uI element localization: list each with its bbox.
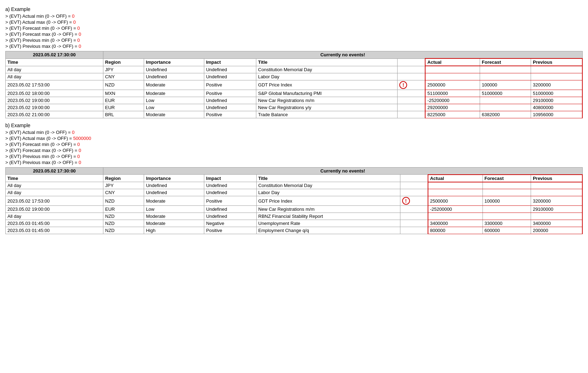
col-header-Title: Title [256, 175, 400, 182]
evt-value: 0 [72, 130, 74, 135]
title-cell: Trade Balance [256, 111, 398, 118]
evt-line: > (EVT) Previous max (0 -> OFF) = 0 [5, 44, 583, 49]
table-row: All dayJPYUndefinedUndefinedConstitution… [6, 66, 583, 73]
evt-line: > (EVT) Forecast max (0 -> OFF) = 0 [5, 148, 583, 153]
actual-cell [428, 189, 483, 196]
evt-value: 0 [79, 32, 81, 37]
region-cell: BRL [103, 111, 144, 118]
previous-cell: 3200000 [531, 80, 582, 90]
table-row: 2023.05.02 18:00:00MXNModeratePositiveS&… [6, 90, 583, 97]
time-cell: 2023.05.02 19:00:00 [6, 97, 103, 104]
impact-cell: Negative [204, 220, 256, 227]
region-cell: MXN [103, 90, 144, 97]
forecast-cell [480, 104, 531, 111]
region-cell: EUR [103, 104, 144, 111]
forecast-cell [483, 189, 531, 196]
actual-cell: 3400000 [428, 220, 483, 227]
alert-cell [398, 111, 426, 118]
impact-cell: Undefined [204, 66, 256, 73]
section-a-label: a) Example [5, 6, 583, 12]
forecast-cell: 100000 [480, 80, 531, 90]
title-cell: New Car Registrations m/m [256, 97, 398, 104]
region-cell: EUR [103, 97, 144, 104]
alert-icon: ! [399, 81, 407, 89]
actual-cell: 800000 [428, 227, 483, 234]
col-header-Region: Region [103, 175, 144, 182]
time-cell: 2023.05.03 01:45:00 [6, 227, 103, 234]
alert-cell [400, 213, 428, 220]
evt-value: 0 [79, 148, 81, 153]
title-cell: Employment Change q/q [256, 227, 400, 234]
evt-line: > (EVT) Actual max (0 -> OFF) = 5000000 [5, 136, 583, 141]
region-cell: NZD [103, 80, 144, 90]
impact-cell: Positive [204, 227, 256, 234]
importance-cell: Moderate [144, 80, 204, 90]
previous-cell [531, 73, 582, 80]
forecast-cell: 3300000 [483, 220, 531, 227]
impact-cell: Positive [204, 111, 256, 118]
time-cell: All day [6, 182, 103, 189]
col-header-Time: Time [6, 175, 103, 182]
alert-cell: ! [400, 196, 428, 206]
region-cell: JPY [103, 182, 144, 189]
forecast-cell [480, 73, 531, 80]
alert-cell [400, 182, 428, 189]
previous-cell: 29100000 [531, 206, 582, 213]
col-header-Importance: Importance [144, 175, 204, 182]
evt-line: > (EVT) Actual min (0 -> OFF) = 0 [5, 130, 583, 135]
forecast-cell: 100000 [483, 196, 531, 206]
evt-line: > (EVT) Previous min (0 -> OFF) = 0 [5, 154, 583, 159]
importance-cell: High [144, 227, 204, 234]
evt-line: > (EVT) Forecast max (0 -> OFF) = 0 [5, 32, 583, 37]
previous-cell [531, 213, 582, 220]
alert-cell [400, 227, 428, 234]
actual-cell [425, 66, 480, 73]
table-row: 2023.05.02 19:00:00EURLowUndefinedNew Ca… [6, 97, 583, 104]
col-header-Impact: Impact [204, 175, 256, 182]
importance-cell: Undefined [144, 66, 204, 73]
actual-cell: 8225000 [425, 111, 480, 118]
title-cell: RBNZ Financial Stability Report [256, 213, 400, 220]
importance-cell: Undefined [144, 73, 204, 80]
time-cell: 2023.05.02 21:00:00 [6, 111, 103, 118]
time-cell: All day [6, 73, 103, 80]
title-cell: GDT Price Index [256, 196, 400, 206]
evt-line: > (EVT) Previous max (0 -> OFF) = 0 [5, 160, 583, 165]
previous-cell: 3400000 [531, 220, 582, 227]
table-row: All dayCNYUndefinedUndefinedLabor Day [6, 73, 583, 80]
evt-line: > (EVT) Actual min (0 -> OFF) = 0 [5, 13, 583, 19]
table-row: 2023.05.02 21:00:00BRLModeratePositiveTr… [6, 111, 583, 118]
importance-cell: Moderate [144, 90, 204, 97]
alert-cell [400, 189, 428, 196]
section-b-label: b) Example [5, 123, 583, 128]
impact-cell: Positive [204, 90, 256, 97]
region-cell: JPY [103, 66, 144, 73]
region-cell: EUR [103, 206, 144, 213]
importance-cell: Moderate [144, 220, 204, 227]
title-cell: Labor Day [256, 73, 398, 80]
col-header-Region: Region [103, 58, 144, 66]
time-cell: 2023.05.02 17:53:00 [6, 80, 103, 90]
col-header-Forecast: Forecast [483, 175, 531, 182]
actual-cell: -25200000 [428, 206, 483, 213]
title-cell: Unemployment Rate [256, 220, 400, 227]
table-row: All dayNZDModerateUndefinedRBNZ Financia… [6, 213, 583, 220]
forecast-cell: 51000000 [480, 90, 531, 97]
evt-line: > (EVT) Forecast min (0 -> OFF) = 0 [5, 26, 583, 31]
time-cell: 2023.05.02 17:53:00 [6, 196, 103, 206]
impact-cell: Undefined [204, 213, 256, 220]
importance-cell: Low [144, 206, 204, 213]
col-header-Previous: Previous [531, 175, 582, 182]
region-cell: NZD [103, 196, 144, 206]
actual-cell: -25200000 [425, 97, 480, 104]
previous-cell [531, 66, 582, 73]
title-cell: S&P Global Manufacturing PMI [256, 90, 398, 97]
table-row: All dayJPYUndefinedUndefinedConstitution… [6, 182, 583, 189]
col-header-Impact: Impact [204, 58, 256, 66]
region-cell: NZD [103, 220, 144, 227]
evt-value: 0 [77, 38, 80, 43]
forecast-cell [483, 182, 531, 189]
evt-value: 5000000 [73, 136, 91, 141]
previous-cell [531, 189, 582, 196]
evt-value: 0 [72, 13, 74, 19]
